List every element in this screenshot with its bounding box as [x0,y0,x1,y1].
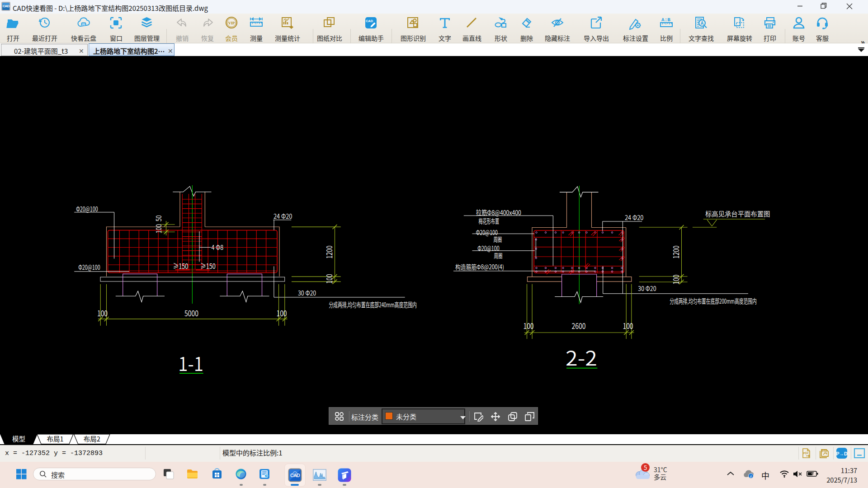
svg-text:100: 100 [670,275,681,285]
svg-text:A:B: A:B [661,17,670,23]
svg-text:≥150: ≥150 [200,260,216,271]
svg-text:1-1: 1-1 [178,349,203,376]
svg-text:1200: 1200 [323,245,335,258]
svg-text:构造箍筋Φ8@200(4): 构造箍筋Φ8@200(4) [455,262,504,272]
svg-text:PDF: PDF [803,451,809,455]
svg-text:PDF: PDF [822,449,828,453]
svg-text:拉筋Φ8@400x400: 拉筋Φ8@400x400 [476,207,521,217]
svg-text:100: 100 [97,307,108,319]
svg-text:Φ20@100: Φ20@100 [78,262,100,272]
svg-text:A: A [700,19,704,26]
svg-text:1200: 1200 [670,245,681,258]
svg-text:100: 100 [276,307,287,319]
svg-text:5000: 5000 [184,307,198,319]
svg-text:VIP: VIP [228,21,235,25]
svg-text:CAD: CAD [366,19,373,23]
svg-text:30 Φ20: 30 Φ20 [298,288,316,298]
svg-text:标高见承台平面布置图: 标高见承台平面布置图 [705,209,770,218]
svg-text:CAD: CAD [290,473,300,478]
svg-text:分成两排,均匀布置在底部200mm高度范围内: 分成两排,均匀布置在底部200mm高度范围内 [670,296,756,306]
svg-text:≥150: ≥150 [173,260,189,271]
svg-text:24 Φ20: 24 Φ20 [274,211,292,220]
svg-text:24 Φ20: 24 Φ20 [625,212,643,221]
svg-text:2-2: 2-2 [566,343,597,371]
svg-text:100: 100 [523,319,533,332]
svg-text:布局2: 布局2 [84,434,100,443]
svg-text:50: 50 [153,215,163,221]
svg-text:P→D: P→D [836,451,848,456]
svg-text:100: 100 [323,274,335,284]
svg-text:Φ20@100: Φ20@100 [76,203,98,213]
svg-text:30 Φ20: 30 Φ20 [638,283,656,293]
svg-text:100: 100 [623,319,633,332]
svg-text:布局1: 布局1 [47,434,63,443]
svg-text:周圈: 周圈 [494,250,503,259]
svg-text:周圈: 周圈 [493,235,502,244]
svg-text:梅花形布置: 梅花形布置 [479,216,500,225]
svg-text:模型: 模型 [12,434,25,443]
svg-text:4 Φ8: 4 Φ8 [212,242,224,252]
svg-text:分成两排,均匀布置在底部240mm高度范围内: 分成两排,均匀布置在底部240mm高度范围内 [329,299,417,309]
svg-text:2600: 2600 [572,319,586,332]
